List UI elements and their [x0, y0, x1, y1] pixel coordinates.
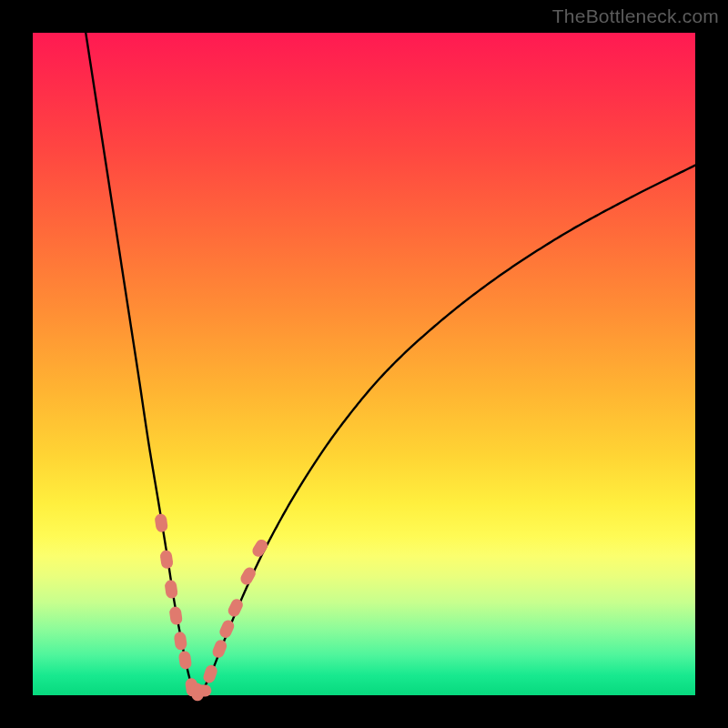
- svg-rect-3: [168, 606, 183, 626]
- svg-rect-11: [217, 618, 236, 640]
- curve-left-branch: [86, 33, 194, 690]
- svg-rect-5: [178, 651, 193, 671]
- svg-rect-2: [164, 580, 178, 600]
- marker-left-wall: [159, 550, 174, 570]
- marker-right-wall: [217, 618, 236, 640]
- curve-layer: [33, 33, 695, 695]
- marker-right-wall: [202, 663, 219, 684]
- marker-left-wall: [164, 580, 178, 600]
- watermark-text: TheBottleneck.com: [552, 5, 719, 27]
- plot-area: [33, 33, 695, 695]
- chart-frame: TheBottleneck.com: [0, 0, 728, 728]
- svg-rect-0: [154, 513, 168, 533]
- marker-valley-floor: [193, 684, 211, 696]
- marker-left-wall: [178, 651, 193, 671]
- curve-right-branch: [203, 166, 695, 691]
- marker-left-wall: [168, 606, 183, 626]
- svg-rect-8: [193, 684, 211, 696]
- svg-rect-10: [211, 638, 228, 659]
- marker-right-wall: [211, 638, 228, 659]
- svg-rect-1: [159, 550, 174, 570]
- svg-rect-4: [173, 631, 187, 651]
- svg-rect-9: [202, 663, 219, 684]
- marker-group: [154, 513, 269, 702]
- marker-left-wall: [154, 513, 168, 533]
- marker-right-wall: [250, 537, 270, 559]
- svg-rect-14: [250, 537, 270, 559]
- marker-left-wall: [173, 631, 187, 651]
